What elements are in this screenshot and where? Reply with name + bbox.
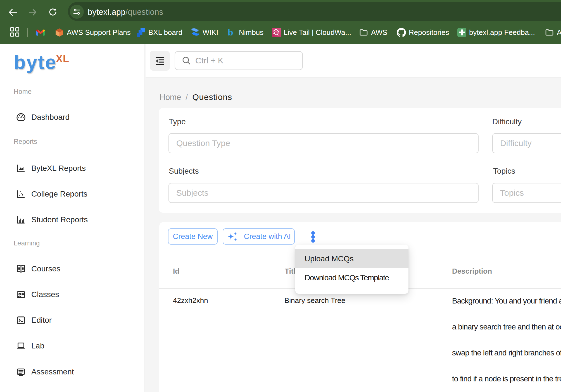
svg-text:b: b bbox=[228, 28, 233, 37]
